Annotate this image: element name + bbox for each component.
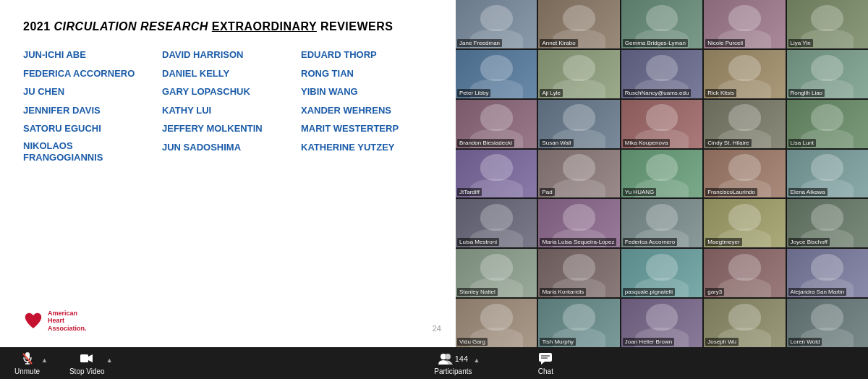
video-participant-name: Nicole Purcell (705, 39, 745, 47)
video-participant-name: Jane Freedman (457, 39, 502, 47)
name-jennifer-davis: JENNIFER DAVIS (23, 103, 155, 118)
video-cell: gary3 (704, 249, 785, 297)
title-prefix: 2021 (23, 20, 54, 33)
name-kathy-lui: KATHY LUI (162, 103, 294, 118)
slide-number: 24 (433, 324, 441, 333)
video-participant-name: Cindy St. Hilaire (705, 139, 751, 147)
video-cell: Cindy St. Hilaire (704, 100, 785, 148)
video-cell: Alejandra San Martin (787, 249, 868, 297)
video-participant-name: Susan Wall (540, 139, 573, 147)
video-cell: Nicole Purcell (704, 0, 785, 48)
video-participant-name: Vidu Garg (457, 338, 488, 346)
video-participant-name: Annet Kirabo (540, 39, 577, 47)
video-cell: Liya Yin (787, 0, 868, 48)
video-cell: Susan Wall (538, 100, 619, 148)
name-satoru-eguchi: SATORU EGUCHI (23, 122, 155, 136)
video-participant-name: Joan Heller Brown (623, 338, 674, 346)
name-xander-wehrens: XANDER WEHRENS (301, 103, 433, 118)
name-daniel-kelly: DANIEL KELLY (162, 67, 294, 81)
names-grid: JUN-ICHI ABE DAVID HARRISON EDUARD THORP… (23, 48, 433, 164)
video-cell: Joyce Bischoff (787, 199, 868, 247)
video-participant-name: gary3 (705, 288, 724, 296)
video-participant-name: Liya Yin (788, 39, 813, 47)
participants-caret[interactable]: ▲ (473, 357, 480, 370)
name-ju-chen: JU CHEN (23, 85, 155, 99)
video-cell: Tish Murphy (538, 299, 619, 347)
video-cell: Maria Luisa Sequeira-Lopez (538, 199, 619, 247)
video-participant-name: Federica Accornero (623, 238, 677, 246)
video-cell: RuschNancy@uams.edu (621, 50, 702, 98)
video-caret[interactable]: ▲ (106, 357, 113, 370)
video-cell: Maria Kontaridis (538, 249, 619, 297)
participants-button[interactable]: 144 Participants (434, 352, 472, 375)
chat-button[interactable]: Chat (537, 352, 553, 375)
name-marit-westerterp: MARIT WESTERTERP (301, 122, 433, 136)
video-cell: Joseph Wu (704, 299, 785, 347)
video-cell: Peter Libby (456, 50, 537, 98)
video-cell: JtTardiff (456, 150, 537, 198)
video-cell: Federica Accornero (621, 199, 702, 247)
svg-point-6 (445, 354, 451, 359)
video-cell: Lisa Lunt (787, 100, 868, 148)
name-jun-sadoshima: JUN SADOSHIMA (162, 140, 294, 165)
video-participant-name: RuschNancy@uams.edu (623, 89, 692, 97)
video-cell: pasquale.pignatelli (621, 249, 702, 297)
video-participant-name: Maria Kontaridis (540, 288, 586, 296)
video-participant-name: pasquale.pignatelli (623, 288, 675, 296)
video-participant-name: Tish Murphy (540, 338, 576, 346)
name-federica-accornero: FEDERICA ACCORNERO (23, 67, 155, 81)
video-participant-name: Maria Luisa Sequeira-Lopez (540, 238, 616, 246)
name-jeffery-molkentin: JEFFERY MOLKENTIN (162, 122, 294, 136)
video-cell: Rick Kitsis (704, 50, 785, 98)
unmute-label: Unmute (14, 367, 40, 375)
video-participant-name: Rick Kitsis (705, 89, 736, 97)
title-underline: EXTRAORDINARY (212, 20, 317, 33)
video-participant-name: Stanley Nattel (457, 288, 498, 296)
chat-group: Chat (537, 352, 553, 375)
video-cell: Brandon Biesiadecki (456, 100, 537, 148)
chat-icon (539, 353, 552, 365)
main-container: 2021 CIRCULATION RESEARCH EXTRAORDINARY … (0, 0, 868, 347)
name-david-harrison: DAVID HARRISON (162, 48, 294, 62)
video-participant-name: Elena Aikawa (788, 188, 827, 196)
video-cell: Stanley Nattel (456, 249, 537, 297)
aha-text: American Heart Association. (48, 310, 87, 333)
name-eduard-thorp: EDUARD THORP (301, 48, 433, 62)
microphone-icon (22, 352, 33, 365)
video-participant-name: Gemma Bridges-Lyman (623, 39, 688, 47)
unmute-button[interactable]: Unmute (14, 352, 40, 375)
video-participant-name: Joyce Bischoff (788, 238, 830, 246)
video-cell: Joan Heller Brown (621, 299, 702, 347)
participants-group: 144 Participants ▲ (434, 352, 480, 375)
slide-title: 2021 CIRCULATION RESEARCH EXTRAORDINARY … (23, 20, 433, 33)
name-yibin-wang: YIBIN WANG (301, 85, 433, 99)
video-grid-panel: Jane Freedman Annet Kirabo Gemma Bridges… (456, 0, 868, 347)
video-cell: Pad (538, 150, 619, 198)
video-cell: Ronglih Liao (787, 50, 868, 98)
name-nikolaos-frangogiannis: NIKOLAOSFRANGOGIANNIS (23, 140, 155, 165)
video-participant-name: Luisa Mestroni (457, 238, 499, 246)
video-cell: Jane Freedman (456, 0, 537, 48)
unmute-group: Unmute ▲ (14, 352, 48, 375)
svg-rect-4 (80, 354, 88, 362)
video-participant-name: JtTardiff (457, 188, 482, 196)
app-container: 2021 CIRCULATION RESEARCH EXTRAORDINARY … (0, 0, 868, 379)
chat-icon-area (537, 352, 553, 366)
title-suffix: REVIEWERS (317, 20, 393, 33)
video-participant-name: Yu HUANG (623, 188, 656, 196)
slide-panel: 2021 CIRCULATION RESEARCH EXTRAORDINARY … (0, 0, 456, 347)
stop-video-label: Stop Video (69, 367, 105, 375)
name-gary-lopaschuk: GARY LOPASCHUK (162, 85, 294, 99)
unmute-caret[interactable]: ▲ (41, 357, 48, 370)
video-cell: Annet Kirabo (538, 0, 619, 48)
video-cell: Maegtmeyer (704, 199, 785, 247)
video-participant-name: Peter Libby (457, 89, 490, 97)
aha-heart-icon (23, 311, 43, 331)
participants-icon (438, 353, 453, 365)
stop-video-button[interactable]: Stop Video (69, 352, 105, 375)
video-participant-name: FranciscoLaurindo (705, 188, 757, 196)
name-katherine-yutzey: KATHERINE YUTZEY (301, 140, 433, 165)
video-participant-name: Aji Lyle (540, 89, 563, 97)
title-italic: CIRCULATION RESEARCH (54, 20, 208, 33)
video-participant-name: Mika Koupenova (623, 139, 671, 147)
